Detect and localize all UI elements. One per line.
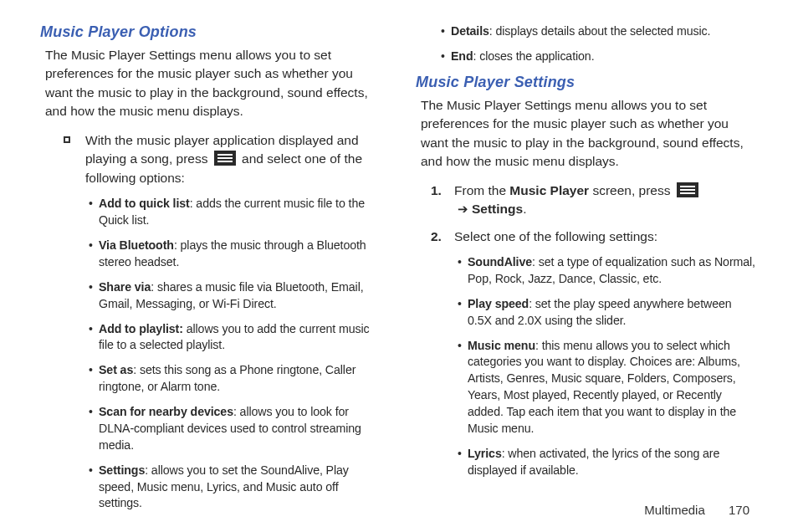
item-desc: : sets this song as a Phone ringtone, Ca…: [99, 363, 356, 393]
step2-text: Select one of the following settings:: [454, 229, 657, 243]
item-term: Scan for nearby devices: [99, 405, 233, 418]
footer-page-number: 170: [729, 503, 749, 517]
step1-mid: screen, press: [589, 183, 674, 197]
item-desc: : closes the application.: [473, 49, 595, 63]
list-item: Play speed: set the play speed anywhere …: [458, 296, 758, 330]
options-lead-text: With the music player application displa…: [85, 131, 382, 187]
list-item: Add to playlist: allows you to add the c…: [89, 321, 382, 355]
step-item: 1. From the Music Player screen, press ➔…: [431, 182, 758, 219]
item-term: Details: [451, 24, 489, 38]
list-item: Via Bluetooth: plays the music through a…: [89, 238, 382, 271]
step-number: 2.: [431, 228, 442, 246]
options-list: Add to quick list: adds the current musi…: [89, 196, 382, 512]
square-bullet-icon: [64, 136, 70, 143]
page-columns: Music Player Options The Music Player Se…: [40, 23, 758, 520]
page-footer: Multimedia 170: [644, 503, 749, 517]
footer-section: Multimedia: [644, 503, 705, 517]
list-item: Settings: allows you to set the SoundAli…: [89, 463, 382, 513]
item-term: Set as: [99, 363, 133, 376]
item-term: Add to quick list: [99, 197, 190, 210]
item-desc: : when activated, the lyrics of the song…: [468, 447, 719, 477]
list-item: Lyrics: when activated, the lyrics of th…: [458, 446, 758, 479]
list-item: Add to quick list: adds the current musi…: [89, 196, 382, 229]
options-continued-list: Details: displays details about the sele…: [464, 23, 758, 65]
list-item: SoundAlive: set a type of equalization s…: [458, 254, 758, 288]
section-heading-settings: Music Player Settings: [416, 74, 758, 91]
list-item: Music menu: this menu allows you to sele…: [458, 338, 758, 437]
item-term: End: [451, 49, 473, 63]
item-term: Music menu: [468, 339, 535, 352]
list-item: Scan for nearby devices: allows you to l…: [89, 404, 382, 454]
section-heading-options: Music Player Options: [40, 23, 382, 41]
settings-steps: 1. From the Music Player screen, press ➔…: [431, 182, 758, 246]
list-item: End: closes the application.: [441, 49, 758, 65]
step-number: 1.: [431, 182, 442, 200]
item-term: Via Bluetooth: [99, 238, 174, 252]
menu-icon: [214, 151, 236, 166]
step1-settings: Settings: [472, 202, 523, 216]
step1-music-player: Music Player: [509, 183, 589, 197]
settings-list: SoundAlive: set a type of equalization s…: [458, 254, 758, 479]
item-term: Settings: [99, 463, 145, 477]
step1-end: .: [523, 202, 526, 216]
item-desc: : this menu allows you to select which c…: [468, 339, 740, 435]
menu-icon: [677, 182, 698, 197]
item-term: Play speed: [468, 297, 529, 310]
options-intro: The Music Player Settings menu allows yo…: [45, 46, 382, 121]
list-item: Set as: sets this song as a Phone ringto…: [89, 362, 382, 396]
step-item: 2. Select one of the following settings:: [431, 228, 758, 246]
right-column: Details: displays details about the sele…: [416, 23, 758, 520]
list-item: Share via: shares a music file via Bluet…: [89, 279, 382, 313]
item-term: Share via: [99, 280, 151, 294]
settings-intro: The Music Player Settings menu allows yo…: [421, 96, 758, 171]
step1-pre: From the: [454, 183, 509, 197]
list-item: Details: displays details about the sele…: [441, 23, 758, 40]
item-term: Add to playlist:: [99, 322, 183, 335]
item-term: SoundAlive: [468, 255, 532, 269]
options-lead-row: With the music player application displa…: [64, 131, 382, 187]
arrow-icon: ➔: [458, 202, 468, 216]
item-term: Lyrics: [468, 447, 502, 460]
item-desc: : displays details about the selected mu…: [489, 24, 711, 38]
left-column: Music Player Options The Music Player Se…: [40, 23, 382, 520]
